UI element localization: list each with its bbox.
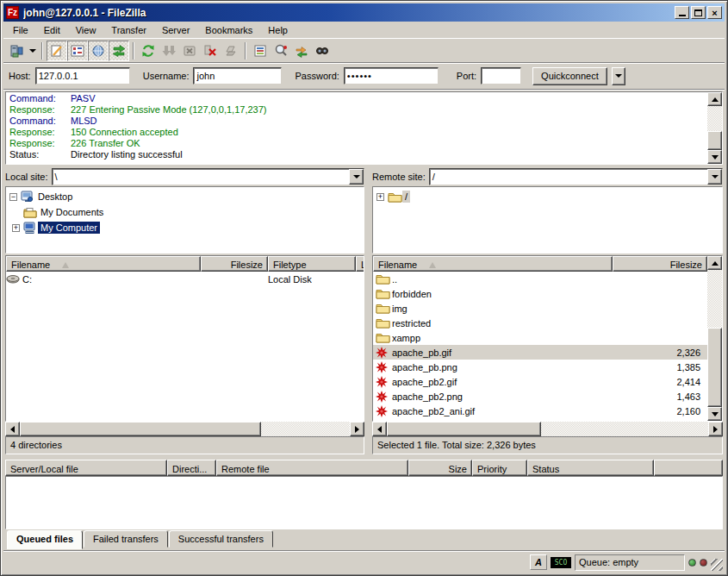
toggle-message-log-button[interactable] <box>47 41 67 61</box>
remote-pane: Remote site: / + / Filename Files <box>370 167 725 454</box>
scrollbar-thumb[interactable] <box>707 328 722 407</box>
expand-icon[interactable]: + <box>376 193 384 201</box>
expand-icon[interactable]: + <box>12 224 20 232</box>
collapse-icon[interactable]: − <box>9 193 17 201</box>
site-manager-dropdown-button[interactable] <box>27 41 38 61</box>
column-header-filename[interactable]: Filename <box>6 256 201 272</box>
image-file-icon <box>376 347 392 359</box>
toggle-local-tree-button[interactable] <box>67 41 88 61</box>
remote-file-row[interactable]: apache_pb2_ani.gif2,160 <box>373 404 707 418</box>
scrollbar-thumb[interactable] <box>387 422 541 436</box>
minimize-button[interactable] <box>675 6 689 19</box>
password-input[interactable] <box>344 67 439 85</box>
local-site-dropdown-button[interactable] <box>349 169 364 185</box>
scrollbar-thumb[interactable] <box>20 422 261 436</box>
queue-column-remote-file[interactable]: Remote file <box>216 460 408 476</box>
tree-item-my-computer[interactable]: + My Computer <box>6 220 364 235</box>
remote-file-row[interactable]: restricted <box>373 316 707 330</box>
queue-column-priority[interactable]: Priority <box>472 460 527 476</box>
scroll-up-button[interactable] <box>707 92 722 106</box>
reconnect-button[interactable] <box>221 41 241 61</box>
menu-help[interactable]: Help <box>260 22 296 38</box>
column-header-filesize[interactable]: Filesize <box>201 256 268 272</box>
column-header-filesize[interactable]: Filesize <box>613 256 707 272</box>
scrollbar-track[interactable] <box>387 422 708 436</box>
find-files-button[interactable] <box>312 41 333 61</box>
menu-view[interactable]: View <box>68 22 104 38</box>
speed-limit-indicator[interactable]: SCO <box>551 557 571 568</box>
close-button[interactable]: × <box>707 6 722 19</box>
tree-item-root[interactable]: + / <box>373 189 722 204</box>
cancel-operation-button[interactable] <box>179 41 200 61</box>
scrollbar-track[interactable] <box>707 106 722 150</box>
remote-site-combo[interactable]: / <box>429 168 723 185</box>
remote-horizontal-scrollbar[interactable] <box>372 422 723 436</box>
local-horizontal-scrollbar[interactable] <box>5 422 364 436</box>
menu-file[interactable]: File <box>5 22 36 38</box>
resize-grip[interactable] <box>711 559 723 571</box>
tree-item-label: / <box>402 191 410 203</box>
menu-edit[interactable]: Edit <box>36 22 68 38</box>
data-type-indicator[interactable]: A <box>530 554 547 570</box>
remote-file-row[interactable]: .. <box>373 272 707 286</box>
tab-queued-files[interactable]: Queued files <box>7 530 83 549</box>
tree-item-my-documents[interactable]: My Documents <box>6 204 364 220</box>
scroll-down-button[interactable] <box>707 407 722 421</box>
scrollbar-track[interactable] <box>20 422 350 436</box>
toggle-transfer-queue-button[interactable] <box>109 41 129 61</box>
quickconnect-dropdown-button[interactable] <box>612 67 625 85</box>
remote-file-row[interactable]: apache_pb.png1,385 <box>373 360 707 374</box>
remote-vertical-scrollbar[interactable] <box>707 256 722 421</box>
username-input[interactable] <box>193 67 282 85</box>
log-vertical-scrollbar[interactable] <box>707 92 722 164</box>
toolbar-separator <box>41 42 43 59</box>
refresh-button[interactable] <box>138 41 159 61</box>
scroll-down-button[interactable] <box>707 150 722 164</box>
queue-body[interactable] <box>5 476 723 529</box>
tab-failed-transfers[interactable]: Failed transfers <box>84 530 168 548</box>
column-header-filename[interactable]: Filename <box>373 256 613 272</box>
scroll-left-button[interactable] <box>5 422 20 436</box>
dropdown-arrow-icon <box>29 49 36 53</box>
scroll-up-button[interactable] <box>707 256 722 270</box>
menu-transfer[interactable]: Transfer <box>103 22 154 38</box>
tab-successful-transfers[interactable]: Successful transfers <box>169 530 273 548</box>
remote-file-row[interactable]: img <box>373 301 707 316</box>
quickconnect-button[interactable]: Quickconnect <box>532 67 607 85</box>
queue-column-size[interactable]: Size <box>408 460 472 476</box>
tree-item-desktop[interactable]: − Desktop <box>6 189 364 204</box>
remote-file-row[interactable]: forbidden <box>373 286 707 301</box>
remote-file-row[interactable]: apache_pb2.gif2,414 <box>373 374 707 389</box>
scroll-right-button[interactable] <box>350 422 364 436</box>
process-queue-button[interactable] <box>159 41 179 61</box>
menu-server[interactable]: Server <box>154 22 197 38</box>
host-input[interactable] <box>35 67 130 85</box>
queue-column-directi[interactable]: Directi... <box>167 460 216 476</box>
maximize-button[interactable] <box>691 6 706 19</box>
scrollbar-thumb[interactable] <box>707 131 722 150</box>
scrollbar-track[interactable] <box>707 270 722 407</box>
scroll-left-button[interactable] <box>372 422 387 436</box>
remote-file-row[interactable]: apache_pb.gif2,326 <box>373 345 707 360</box>
local-file-row[interactable]: C: Local Disk <box>6 272 364 286</box>
toolbar-separator <box>245 42 246 59</box>
queue-column-status[interactable]: Status <box>527 460 654 476</box>
port-input[interactable] <box>481 67 521 85</box>
filter-button[interactable] <box>250 41 271 61</box>
message-log-icon <box>50 44 64 58</box>
column-header-filetype[interactable]: Filetype <box>268 256 356 272</box>
scroll-right-button[interactable] <box>708 422 723 436</box>
remote-file-row[interactable]: xampp <box>373 330 707 345</box>
toggle-remote-tree-button[interactable] <box>88 41 109 61</box>
directory-comparison-button[interactable] <box>271 41 291 61</box>
synchronized-browsing-button[interactable] <box>291 41 312 61</box>
disconnect-button[interactable] <box>200 41 221 61</box>
queue-column-server-local-file[interactable]: Server/Local file <box>5 460 167 476</box>
column-header-last-modified[interactable]: L <box>356 256 364 272</box>
remote-file-row[interactable]: apache_pb2.png1,463 <box>373 389 707 404</box>
local-site-combo[interactable]: \ <box>52 168 364 185</box>
title-bar[interactable]: Fz john@127.0.0.1 - FileZilla × <box>3 3 725 22</box>
menu-bookmarks[interactable]: Bookmarks <box>197 22 260 38</box>
site-manager-button[interactable] <box>6 41 27 61</box>
remote-site-dropdown-button[interactable] <box>707 169 722 185</box>
